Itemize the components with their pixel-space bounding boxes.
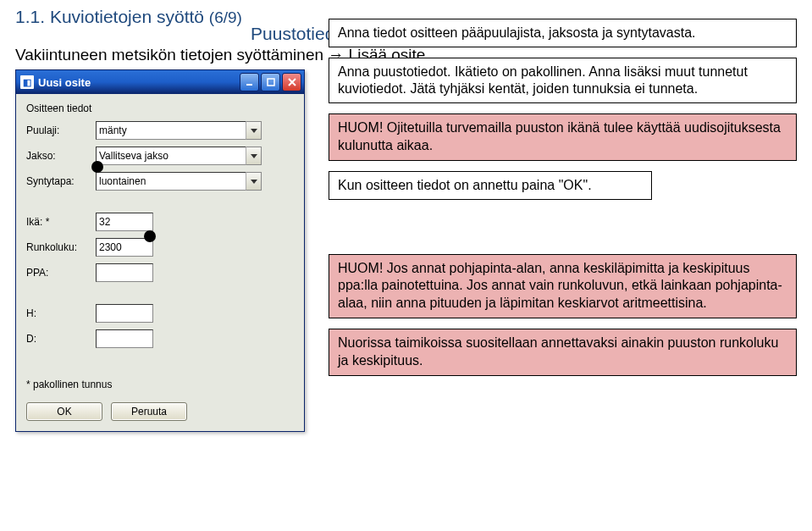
svg-rect-1 <box>268 79 274 86</box>
ppa-input[interactable] <box>96 263 153 282</box>
syntytapa-combo[interactable] <box>96 172 262 191</box>
d-input[interactable] <box>96 329 153 348</box>
cancel-button[interactable]: Peruuta <box>111 402 187 421</box>
ika-label: Ikä: * <box>26 216 96 228</box>
callout-text: HUOM! Ojitetuilla turvemailla puuston ik… <box>338 120 781 152</box>
ika-input[interactable] <box>96 213 153 231</box>
syntytapa-dropdown-button[interactable] <box>246 172 262 191</box>
callout-text: HUOM! Jos annat pohjapinta-alan, anna ke… <box>338 261 782 311</box>
maximize-icon <box>267 78 275 86</box>
syntytapa-label: Syntytapa: <box>26 175 96 187</box>
jakso-label: Jakso: <box>26 150 96 162</box>
jakso-input[interactable] <box>96 147 246 165</box>
runkoluku-input[interactable] <box>96 238 153 257</box>
callout-warning-box: HUOM! Ojitetuilla turvemailla puuston ik… <box>329 113 797 161</box>
callout-box: Anna tiedot ositteen pääpuulajista, jaks… <box>329 19 797 47</box>
chevron-down-icon <box>251 154 257 158</box>
connector-dot <box>144 230 156 242</box>
callout-text: Nuorissa taimikoissa suositellaan annett… <box>338 335 778 368</box>
h-label: H: <box>26 307 96 319</box>
row-syntytapa: Syntytapa: <box>26 172 294 191</box>
jakso-combo[interactable] <box>96 147 262 165</box>
puulaji-dropdown-button[interactable] <box>246 121 262 140</box>
intro-pre: Vakiintuneen metsikön tietojen syöttämin… <box>15 46 323 64</box>
titlebar[interactable]: ◧ Uusi osite <box>16 70 304 94</box>
svg-rect-0 <box>246 84 252 86</box>
d-label: D: <box>26 333 96 345</box>
window-title: Uusi osite <box>38 76 238 89</box>
heading-number: 1.1. <box>15 7 45 26</box>
group-label: Ositteen tiedot <box>26 102 294 114</box>
callout-text: Anna tiedot ositteen pääpuulajista, jaks… <box>338 25 695 40</box>
dialog-uusi-osite: ◧ Uusi osite Ositteen tiedot Puulaji: <box>15 69 305 432</box>
row-d: D: <box>26 329 294 348</box>
maximize-button[interactable] <box>261 73 280 91</box>
callout-warning-box: HUOM! Jos annat pohjapinta-alan, anna ke… <box>329 254 797 318</box>
minimize-icon <box>246 78 254 86</box>
minimize-button[interactable] <box>240 73 259 91</box>
connector-dot <box>91 161 103 173</box>
row-puulaji: Puulaji: <box>26 121 294 140</box>
row-ppa: PPA: <box>26 263 294 282</box>
row-jakso: Jakso: <box>26 147 294 165</box>
row-runkoluku: Runkoluku: <box>26 238 294 257</box>
callout-box: Anna puustotiedot. Ikätieto on pakolline… <box>329 58 797 103</box>
h-input[interactable] <box>96 304 153 323</box>
row-ika: Ikä: * <box>26 213 294 231</box>
chevron-down-icon <box>251 180 257 184</box>
close-icon <box>288 78 296 86</box>
close-button[interactable] <box>282 73 301 91</box>
jakso-dropdown-button[interactable] <box>246 147 262 165</box>
callout-text: Anna puustotiedot. Ikätieto on pakolline… <box>338 64 748 96</box>
syntytapa-input[interactable] <box>96 172 246 191</box>
row-h: H: <box>26 304 294 323</box>
chevron-down-icon <box>251 129 257 133</box>
callout-warning-box: Nuorissa taimikoissa suositellaan annett… <box>329 329 797 376</box>
app-icon: ◧ <box>20 75 34 89</box>
puulaji-label: Puulaji: <box>26 124 96 136</box>
runkoluku-label: Runkoluku: <box>26 241 96 253</box>
callout-box: Kun ositteen tiedot on annettu paina "OK… <box>329 171 652 200</box>
puulaji-input[interactable] <box>96 121 246 140</box>
heading-title: Kuviotietojen syöttö <box>50 7 204 26</box>
ok-button[interactable]: OK <box>26 402 102 421</box>
puulaji-combo[interactable] <box>96 121 262 140</box>
heading-step: (6/9) <box>209 8 242 26</box>
footnote: * pakollinen tunnus <box>26 379 294 390</box>
callout-text: Kun ositteen tiedot on annettu paina "OK… <box>338 178 592 192</box>
ppa-label: PPA: <box>26 267 96 279</box>
